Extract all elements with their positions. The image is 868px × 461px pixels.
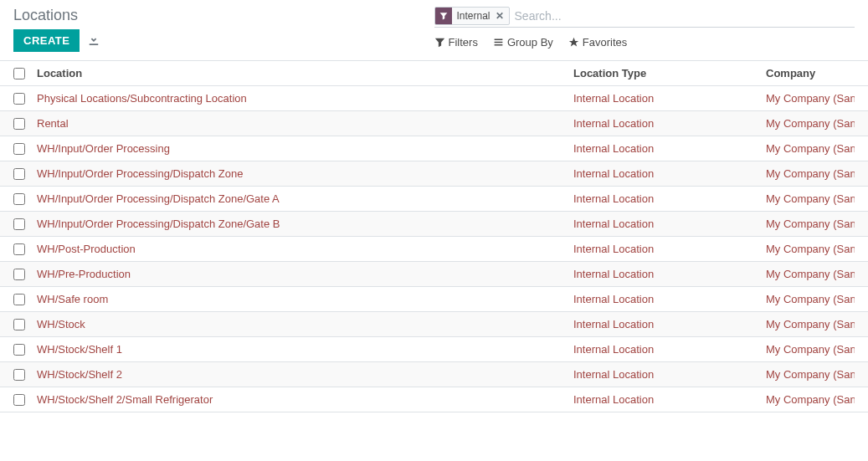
export-button[interactable] [88,33,100,48]
cell-location[interactable]: WH/Input/Order Processing/Dispatch Zone/… [37,218,573,230]
cell-location[interactable]: WH/Input/Order Processing [37,142,573,155]
page-title: Locations [13,7,434,24]
funnel-icon [434,37,445,48]
cell-type[interactable]: Internal Location [573,167,766,180]
facet-label: Internal [452,10,496,22]
cell-type[interactable]: Internal Location [573,218,766,230]
filters-label: Filters [449,36,478,49]
cell-company[interactable]: My Company (San [766,268,855,280]
row-checkbox[interactable] [13,344,25,356]
cell-type[interactable]: Internal Location [573,393,766,406]
row-checkbox[interactable] [13,93,25,105]
cell-company[interactable]: My Company (San [766,117,855,130]
filter-facet: Internal ✕ [434,7,510,25]
cell-type[interactable]: Internal Location [573,192,766,205]
row-checkbox[interactable] [13,143,25,155]
row-checkbox[interactable] [13,243,25,255]
row-checkbox[interactable] [13,269,25,280]
groupby-dropdown[interactable]: Group By [493,36,553,49]
table-row[interactable]: Physical Locations/Subcontracting Locati… [0,86,868,111]
table-row[interactable]: WH/StockInternal LocationMy Company (San [0,312,868,337]
select-all-checkbox[interactable] [13,68,25,79]
download-icon [88,33,100,45]
cell-company[interactable]: My Company (San [766,167,855,180]
list-view: Location Location Type Company Physical … [0,61,868,412]
row-checkbox[interactable] [13,193,25,205]
table-row[interactable]: WH/Stock/Shelf 1Internal LocationMy Comp… [0,337,868,362]
column-header-type[interactable]: Location Type [573,67,766,79]
row-checkbox[interactable] [13,168,25,180]
cell-company[interactable]: My Company (San [766,343,855,356]
favorites-label: Favorites [583,36,627,49]
row-checkbox[interactable] [13,369,25,381]
row-checkbox[interactable] [13,394,25,406]
cell-location[interactable]: WH/Pre-Production [37,268,573,280]
create-button[interactable]: CREATE [13,29,80,52]
table-row[interactable]: WH/Stock/Shelf 2Internal LocationMy Comp… [0,362,868,387]
cell-company[interactable]: My Company (San [766,218,855,230]
cell-company[interactable]: My Company (San [766,368,855,381]
table-row[interactable]: WH/Stock/Shelf 2/Small RefrigeratorInter… [0,387,868,412]
cell-location[interactable]: Rental [37,117,573,130]
cell-type[interactable]: Internal Location [573,293,766,305]
cell-company[interactable]: My Company (San [766,293,855,305]
table-row[interactable]: WH/Input/Order Processing/Dispatch Zone/… [0,212,868,237]
cell-location[interactable]: WH/Stock/Shelf 2/Small Refrigerator [37,393,573,406]
facet-remove-button[interactable]: ✕ [496,10,509,22]
cell-company[interactable]: My Company (San [766,192,855,205]
table-row[interactable]: WH/Input/Order ProcessingInternal Locati… [0,136,868,161]
cell-company[interactable]: My Company (San [766,92,855,105]
funnel-icon [435,8,452,24]
cell-company[interactable]: My Company (San [766,142,855,155]
control-panel: Locations CREATE Internal ✕ Filters [0,0,868,61]
table-row[interactable]: WH/Input/Order Processing/Dispatch ZoneI… [0,161,868,187]
cell-company[interactable]: My Company (San [766,318,855,330]
table-row[interactable]: WH/Post-ProductionInternal LocationMy Co… [0,237,868,262]
cell-location[interactable]: WH/Stock/Shelf 1 [37,343,573,356]
search-input[interactable] [515,9,855,23]
groupby-label: Group By [507,36,553,49]
table-row[interactable]: WH/Pre-ProductionInternal LocationMy Com… [0,262,868,287]
row-checkbox[interactable] [13,319,25,330]
column-header-location[interactable]: Location [37,67,573,79]
row-checkbox[interactable] [13,294,25,305]
cell-location[interactable]: WH/Stock [37,318,573,330]
table-row[interactable]: WH/Input/Order Processing/Dispatch Zone/… [0,187,868,212]
cell-location[interactable]: WH/Post-Production [37,243,573,255]
list-icon [493,37,504,48]
star-icon [568,37,579,48]
cell-type[interactable]: Internal Location [573,368,766,381]
cell-location[interactable]: Physical Locations/Subcontracting Locati… [37,92,573,105]
cell-type[interactable]: Internal Location [573,343,766,356]
table-header: Location Location Type Company [0,61,868,86]
cell-company[interactable]: My Company (San [766,393,855,406]
column-header-company[interactable]: Company [766,67,855,79]
filters-dropdown[interactable]: Filters [434,36,478,49]
favorites-dropdown[interactable]: Favorites [568,36,627,49]
cell-location[interactable]: WH/Safe room [37,293,573,305]
row-checkbox[interactable] [13,218,25,230]
cell-location[interactable]: WH/Input/Order Processing/Dispatch Zone/… [37,192,573,205]
cell-location[interactable]: WH/Stock/Shelf 2 [37,368,573,381]
cell-type[interactable]: Internal Location [573,243,766,255]
cell-type[interactable]: Internal Location [573,318,766,330]
cell-location[interactable]: WH/Input/Order Processing/Dispatch Zone [37,167,573,180]
cell-type[interactable]: Internal Location [573,92,766,105]
cell-type[interactable]: Internal Location [573,142,766,155]
table-row[interactable]: WH/Safe roomInternal LocationMy Company … [0,287,868,312]
table-row[interactable]: RentalInternal LocationMy Company (San [0,111,868,136]
cell-company[interactable]: My Company (San [766,243,855,255]
row-checkbox[interactable] [13,118,25,130]
search-bar[interactable]: Internal ✕ [434,7,855,28]
cell-type[interactable]: Internal Location [573,117,766,130]
cell-type[interactable]: Internal Location [573,268,766,280]
